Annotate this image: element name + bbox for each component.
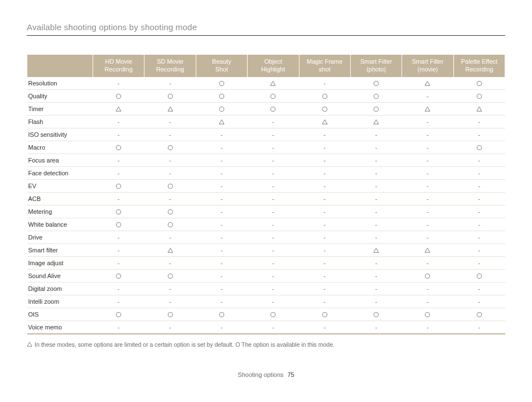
svg-point-37 (425, 274, 430, 278)
triangle-icon (270, 80, 276, 87)
cell: - (350, 179, 402, 192)
svg-point-15 (271, 107, 275, 111)
svg-point-7 (219, 94, 224, 98)
dash-mark: - (375, 144, 378, 151)
dash-mark: - (272, 118, 274, 125)
cell: - (350, 205, 402, 218)
cell: - (299, 166, 350, 179)
options-table: HD MovieRecordingSD MovieRecordingBeauty… (27, 55, 505, 334)
triangle-icon (373, 247, 379, 253)
cell: - (350, 295, 402, 308)
svg-point-40 (168, 312, 172, 317)
cell: - (299, 218, 350, 231)
cell (248, 89, 299, 102)
table-row: ACB-------- (27, 192, 505, 205)
cell (299, 115, 350, 128)
cell (350, 89, 402, 102)
circle-icon (167, 209, 173, 215)
circle-icon (219, 93, 225, 99)
dash-mark: - (221, 324, 223, 331)
svg-point-24 (168, 145, 172, 150)
column-header: ObjectHighlight (248, 55, 299, 77)
circle-icon (322, 312, 328, 318)
svg-point-16 (322, 107, 327, 111)
dash-mark: - (478, 208, 480, 215)
legend-text: In these modes, some options are limited… (35, 341, 335, 348)
dash-mark: - (272, 131, 274, 138)
svg-point-4 (477, 81, 481, 85)
dash-mark: - (323, 260, 326, 266)
svg-marker-21 (322, 119, 327, 124)
cell: - (453, 282, 505, 295)
cell: - (196, 256, 247, 269)
cell (144, 308, 196, 320)
svg-point-45 (425, 312, 430, 317)
table-row: Face detection-------- (27, 166, 505, 179)
cell (93, 179, 144, 192)
cell: - (248, 231, 299, 243)
cell: - (93, 192, 144, 205)
cell (299, 89, 350, 102)
table-row: Drive-------- (27, 231, 505, 243)
cell (453, 269, 505, 282)
cell: - (299, 231, 350, 243)
dash-mark: - (272, 144, 274, 151)
dash-mark: - (221, 298, 223, 305)
cell: - (350, 269, 402, 282)
dash-mark: - (427, 170, 429, 176)
row-label: Digital zoom (27, 282, 93, 295)
circle-icon (115, 209, 122, 215)
dash-mark: - (478, 234, 480, 241)
svg-point-9 (322, 94, 327, 98)
cell: - (402, 231, 453, 243)
cell: - (453, 295, 505, 308)
cell: - (196, 218, 247, 231)
cell: - (93, 115, 144, 128)
table-row: EV------ (27, 179, 505, 192)
cell: - (402, 115, 453, 128)
triangle-icon (219, 119, 225, 125)
cell (196, 102, 247, 115)
cell (350, 77, 402, 90)
row-label: Voice memo (27, 320, 93, 334)
circle-icon (424, 312, 431, 318)
cell (144, 179, 196, 192)
dash-mark: - (118, 285, 120, 292)
cell: - (196, 141, 247, 154)
circle-icon (270, 93, 276, 99)
dash-mark: - (427, 195, 429, 202)
circle-icon (115, 145, 122, 151)
circle-icon (167, 312, 173, 318)
circle-icon (115, 312, 122, 318)
cell: - (144, 115, 196, 128)
cell: - (144, 192, 196, 205)
cell: - (299, 192, 350, 205)
column-header: Palette EffectRecording (453, 55, 505, 77)
svg-point-30 (117, 222, 121, 227)
cell (248, 308, 299, 320)
svg-point-10 (374, 94, 379, 98)
cell: - (453, 205, 505, 218)
page-title: Available shooting options by shooting m… (27, 22, 505, 36)
cell: - (248, 166, 299, 179)
dash-mark: - (478, 183, 480, 189)
cell: - (144, 166, 196, 179)
cell: - (144, 128, 196, 141)
circle-icon (115, 222, 122, 228)
row-label: Drive (27, 231, 93, 243)
dash-mark: - (221, 247, 223, 253)
triangle-icon (476, 106, 482, 112)
cell: - (299, 282, 350, 295)
dash-mark: - (478, 285, 480, 292)
svg-marker-33 (374, 248, 379, 252)
dash-mark: - (272, 208, 274, 215)
cell: - (144, 320, 196, 334)
dash-mark: - (221, 157, 223, 164)
cell: - (453, 128, 505, 141)
cell (350, 243, 402, 256)
cell: - (144, 231, 196, 243)
column-header: BeautyShot (196, 55, 247, 77)
dash-mark: - (272, 195, 274, 202)
svg-point-43 (322, 312, 327, 317)
cell (248, 102, 299, 115)
